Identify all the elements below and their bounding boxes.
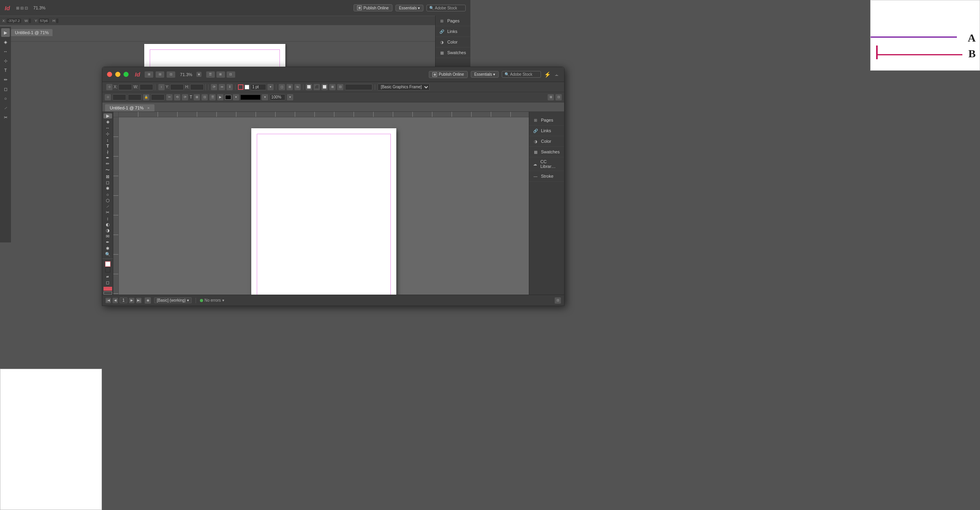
status-errors-dropdown[interactable]: ▾: [222, 298, 224, 302]
tool-pen[interactable]: ✒: [103, 155, 112, 160]
fg-view-btn-1[interactable]: ☰: [206, 71, 215, 78]
ctrl-x-input[interactable]: [118, 84, 132, 90]
bg-tool-3[interactable]: ↔: [1, 47, 10, 56]
tool-content[interactable]: ↕: [103, 137, 112, 142]
status-errors[interactable]: No errors ▾: [200, 298, 225, 302]
fg-collapse-icon[interactable]: ⫠: [554, 71, 559, 78]
bg-panel-pages[interactable]: ⊞ Pages: [436, 16, 470, 26]
ctrl-stroke-dropdown[interactable]: ▾: [267, 84, 274, 90]
status-next-page-btn[interactable]: ▶: [129, 298, 134, 303]
fg-panel-swatches[interactable]: ▦ Swatches: [529, 147, 564, 157]
fg-panel-color[interactable]: ◑ Color: [529, 136, 564, 147]
ctrl2-icon-3[interactable]: ⟲: [174, 94, 180, 100]
tool-eyedrop[interactable]: ✒: [103, 240, 112, 245]
ctrl-align-l[interactable]: ⬜: [306, 84, 312, 90]
bg-tool-select[interactable]: ▶: [1, 28, 10, 37]
tool-free-xform[interactable]: ↕: [103, 216, 112, 221]
ctrl2-dropdown-3[interactable]: ▾: [287, 94, 293, 100]
tool-gap[interactable]: ⊹: [103, 131, 112, 137]
ctrl-scale-icon[interactable]: ⟳: [211, 84, 217, 90]
tool-poly[interactable]: ⬡: [103, 198, 112, 203]
bg-tool-t[interactable]: T: [1, 66, 10, 75]
ctrl2-right-1[interactable]: ⊞: [548, 94, 554, 100]
fg-icon-btn-2[interactable]: ⊟: [156, 71, 164, 78]
tool-pencil[interactable]: ✏: [103, 161, 112, 166]
tool-type[interactable]: T: [103, 143, 112, 148]
ctrl2-icon-8[interactable]: ▶: [217, 94, 223, 100]
fg-view-btn-3[interactable]: ⊡: [227, 71, 235, 78]
ctrl2-icon-5[interactable]: ⊞: [194, 94, 200, 100]
traffic-light-green[interactable]: [123, 72, 129, 77]
fg-active-tab[interactable]: Untitled-1 @ 71% ×: [105, 104, 155, 111]
bg-tool-rect[interactable]: ◻: [1, 85, 10, 93]
ctrl2-dropdown-2[interactable]: ▾: [262, 94, 268, 100]
ctrl-stroke-color[interactable]: [238, 84, 243, 90]
tool-direct-select[interactable]: ◈: [103, 119, 112, 124]
bg-panel-links[interactable]: 🔗 Links: [436, 26, 470, 37]
tool-select[interactable]: ▶: [103, 113, 112, 118]
ctrl2-icon-6[interactable]: ⊡: [201, 94, 208, 100]
status-working-dropdown[interactable]: [Basic] (working) ▾: [154, 297, 192, 303]
ctrl-transform-icon[interactable]: ⊹: [106, 84, 113, 90]
bg-panel-color[interactable]: ◑ Color: [436, 37, 470, 47]
ctrl2-input-3[interactable]: [151, 94, 165, 100]
tool-zoom[interactable]: 🔍: [103, 252, 112, 257]
tool-gradient-feather[interactable]: ◑: [103, 228, 112, 233]
ctrl-h-input[interactable]: [190, 84, 204, 90]
ctrl-stroke-width-input[interactable]: [250, 84, 266, 90]
status-last-page-btn[interactable]: ▶|: [136, 298, 142, 303]
fg-publish-button[interactable]: ▦ Publish Online: [429, 71, 467, 78]
bg-tool-line[interactable]: ⟋: [1, 104, 10, 112]
bg-tool-4[interactable]: ⊹: [1, 56, 10, 65]
ctrl-flip-v-icon[interactable]: ⇕: [227, 84, 233, 90]
ctrl2-color-swatch[interactable]: [225, 95, 231, 100]
bg-tool-2[interactable]: ◈: [1, 38, 10, 46]
ctrl-corner-icon[interactable]: ◻: [279, 84, 285, 90]
fg-essentials-button[interactable]: Essentials ▾: [471, 71, 499, 78]
fg-lightning-icon[interactable]: ⚡: [544, 71, 551, 78]
fg-icon-btn-3[interactable]: ⊡: [167, 71, 175, 78]
tool-normal-mode[interactable]: [103, 291, 112, 295]
tool-smooth[interactable]: 〜: [103, 167, 112, 173]
tool-rect[interactable]: ✱: [103, 186, 112, 191]
tool-swap-icon[interactable]: ⇄: [103, 274, 112, 279]
ctrl2-input-2[interactable]: [128, 94, 142, 100]
bg-tool-ellipse[interactable]: ○: [1, 94, 10, 103]
ctrl2-input-1[interactable]: [113, 94, 126, 100]
fg-canvas[interactable]: [119, 117, 529, 295]
fg-panel-pages[interactable]: ⊞ Pages: [529, 115, 564, 126]
status-prev-page-btn[interactable]: ◀: [113, 298, 118, 303]
ctrl-y-input[interactable]: [170, 84, 184, 90]
status-first-page-btn[interactable]: |◀: [105, 298, 111, 303]
tool-view-icon[interactable]: ◻: [103, 280, 112, 285]
ctrl-w-input[interactable]: [140, 84, 153, 90]
tool-type2[interactable]: ∤: [103, 149, 112, 155]
status-scroll-end[interactable]: ⊡: [555, 297, 561, 304]
ctrl-dist-v[interactable]: ⊡: [337, 84, 343, 90]
tool-scissors[interactable]: ✂: [103, 210, 112, 215]
fg-view-btn-2[interactable]: ⊞: [216, 71, 225, 78]
tool-frame[interactable]: ◻: [103, 180, 112, 185]
bg-publish-button[interactable]: ▦ Publish Online: [354, 4, 392, 11]
tool-ellipse[interactable]: ○: [103, 192, 112, 197]
ctrl-frame-dropdown[interactable]: [Basic Graphics Frame]: [377, 84, 430, 91]
fg-panel-cc-libraries[interactable]: ☁ CC Librar…: [529, 157, 564, 171]
ctrl2-icon-1[interactable]: ⊹: [105, 94, 111, 100]
tool-measure[interactable]: ✱: [103, 246, 112, 251]
bg-search-box[interactable]: 🔍 Adobe Stock: [426, 5, 466, 11]
ctrl-dist-h[interactable]: ⊠: [329, 84, 336, 90]
ctrl-fx-icon[interactable]: fx: [294, 84, 301, 90]
bg-essentials-button[interactable]: Essentials ▾: [396, 5, 423, 11]
ctrl2-icon-2[interactable]: ✂: [166, 94, 172, 100]
ctrl-flip-h-icon[interactable]: ⇔: [219, 84, 225, 90]
traffic-light-red[interactable]: [107, 72, 112, 77]
fg-zoom-dropdown[interactable]: ▾: [196, 72, 201, 77]
tool-line[interactable]: ⟋: [103, 204, 112, 209]
ctrl-fill-color[interactable]: [245, 85, 249, 89]
ctrl2-lock-icon[interactable]: 🔒: [143, 94, 149, 100]
tool-stroke-swatch[interactable]: [105, 267, 111, 273]
bg-panel-swatches[interactable]: ▦ Swatches: [436, 47, 470, 58]
ctrl-align-r[interactable]: ⬜: [321, 84, 328, 90]
fg-search-box[interactable]: 🔍 Adobe Stock: [502, 71, 541, 78]
tool-page[interactable]: ↔: [103, 126, 112, 131]
